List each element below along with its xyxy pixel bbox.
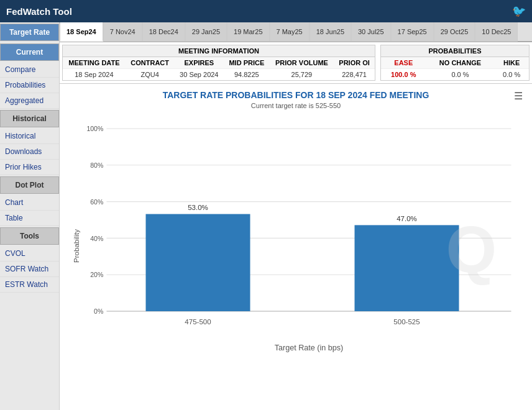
sidebar: Target Rate Current Compare Probabilitie… <box>0 22 60 410</box>
sidebar-section-current[interactable]: Current <box>0 43 59 61</box>
col-no-change: NO CHANGE <box>426 57 495 69</box>
chart-title: TARGET RATE PROBABILITIES FOR 18 SEP 202… <box>66 90 526 100</box>
chart-menu-icon[interactable]: ☰ <box>514 90 523 102</box>
bar-475-500 <box>146 214 250 311</box>
meeting-info-title: MEETING INFORMATION <box>63 45 375 57</box>
y-tick-40: 40% <box>90 235 103 242</box>
target-rate-button[interactable]: Target Rate <box>0 24 59 41</box>
expires-value: 30 Sep 2024 <box>175 69 224 81</box>
tab-7may25[interactable]: 7 May25 <box>270 22 310 42</box>
tab-18dec24[interactable]: 18 Dec24 <box>142 22 185 42</box>
bar-500-525-x-label: 500-525 <box>393 318 420 326</box>
col-prior-oi: PRIOR OI <box>334 57 375 69</box>
tab-19mar25[interactable]: 19 Mar25 <box>227 22 269 42</box>
no-change-value: 0.0 % <box>426 69 495 81</box>
twitter-icon[interactable]: 🐦 <box>512 4 526 18</box>
sidebar-item-estr-watch[interactable]: ESTR Watch <box>0 277 59 293</box>
bar-500-525-label: 47.0% <box>397 215 417 222</box>
tab-29oct25[interactable]: 29 Oct25 <box>434 22 475 42</box>
watermark: Q <box>446 213 497 286</box>
y-tick-100: 100% <box>86 125 103 132</box>
mid-price-value: 94.8225 <box>224 69 270 81</box>
col-expires: EXPIRES <box>175 57 224 69</box>
col-ease: EASE <box>381 57 426 69</box>
tab-7nov24[interactable]: 7 Nov24 <box>103 22 142 42</box>
sidebar-item-prior-hikes[interactable]: Prior Hikes <box>0 160 59 175</box>
sidebar-item-cvol[interactable]: CVOL <box>0 246 59 262</box>
bar-475-500-x-label: 475-500 <box>185 318 211 326</box>
col-hike: HIKE <box>494 57 529 69</box>
contract-value: ZQU4 <box>126 69 175 81</box>
sidebar-item-chart[interactable]: Chart <box>0 195 59 211</box>
y-tick-60: 60% <box>90 198 103 206</box>
app-header: FedWatch Tool 🐦 <box>0 0 532 22</box>
tab-29jan25[interactable]: 29 Jan25 <box>185 22 227 42</box>
col-meeting-date: MEETING DATE <box>63 57 126 69</box>
y-tick-80: 80% <box>90 162 103 169</box>
meeting-info-table: MEETING DATE CONTRACT EXPIRES MID PRICE … <box>63 57 375 80</box>
sidebar-section-historical[interactable]: Historical <box>0 110 59 127</box>
ease-value: 100.0 % <box>381 69 426 81</box>
tab-18sep24[interactable]: 18 Sep24 <box>60 22 103 42</box>
y-tick-20: 20% <box>90 271 103 278</box>
prior-oi-value: 228,471 <box>334 69 375 81</box>
probabilities-title: PROBABILITIES <box>381 45 529 57</box>
bar-500-525 <box>355 225 459 311</box>
app-title: FedWatch Tool <box>6 6 72 17</box>
sidebar-section-dot-plot[interactable]: Dot Plot <box>0 176 59 194</box>
tab-17sep25[interactable]: 17 Sep25 <box>391 22 434 42</box>
tab-18jun25[interactable]: 18 Jun25 <box>310 22 351 42</box>
sidebar-item-sofr-watch[interactable]: SOFR Watch <box>0 262 59 277</box>
col-prior-volume: PRIOR VOLUME <box>270 57 334 69</box>
meeting-info-panel: MEETING INFORMATION MEETING DATE CONTRAC… <box>62 45 375 81</box>
col-contract: CONTRACT <box>126 57 175 69</box>
hike-value: 0.0 % <box>494 69 529 81</box>
sidebar-item-table[interactable]: Table <box>0 211 59 226</box>
sidebar-item-aggregated[interactable]: Aggregated <box>0 93 59 109</box>
col-mid-price: MID PRICE <box>224 57 270 69</box>
prior-volume-value: 25,729 <box>270 69 334 81</box>
sidebar-item-downloads[interactable]: Downloads <box>0 144 59 160</box>
meeting-info-row: 18 Sep 2024 ZQU4 30 Sep 2024 94.8225 25,… <box>63 69 375 81</box>
probabilities-panel: PROBABILITIES EASE NO CHANGE HIKE 100.0 … <box>380 45 530 81</box>
sidebar-item-probabilities[interactable]: Probabilities <box>0 78 59 93</box>
sidebar-item-historical[interactable]: Historical <box>0 129 59 144</box>
x-axis-label: Target Rate (in bps) <box>275 344 344 352</box>
probabilities-row: 100.0 % 0.0 % 0.0 % <box>381 69 529 81</box>
tab-bar: 18 Sep24 7 Nov24 18 Dec24 29 Jan25 19 Ma… <box>60 22 532 42</box>
info-panels: MEETING INFORMATION MEETING DATE CONTRAC… <box>60 42 532 84</box>
bar-475-500-label: 53.0% <box>188 204 208 211</box>
meeting-date-value: 18 Sep 2024 <box>63 69 126 81</box>
bar-chart: Probability 100% 80% 60% 40% 20% 0 <box>66 116 526 376</box>
chart-subtitle: Current target rate is 525-550 <box>66 102 526 109</box>
sidebar-section-tools[interactable]: Tools <box>0 227 59 245</box>
y-tick-0: 0% <box>94 308 103 315</box>
tab-30jul25[interactable]: 30 Jul25 <box>351 22 391 42</box>
probabilities-table: EASE NO CHANGE HIKE 100.0 % 0.0 % 0.0 % <box>381 57 529 80</box>
main-content: 18 Sep24 7 Nov24 18 Dec24 29 Jan25 19 Ma… <box>60 22 532 410</box>
tab-10dec25[interactable]: 10 Dec25 <box>475 22 518 42</box>
y-axis-label: Probability <box>73 229 80 263</box>
chart-area: TARGET RATE PROBABILITIES FOR 18 SEP 202… <box>60 84 532 410</box>
sidebar-item-compare[interactable]: Compare <box>0 62 59 78</box>
